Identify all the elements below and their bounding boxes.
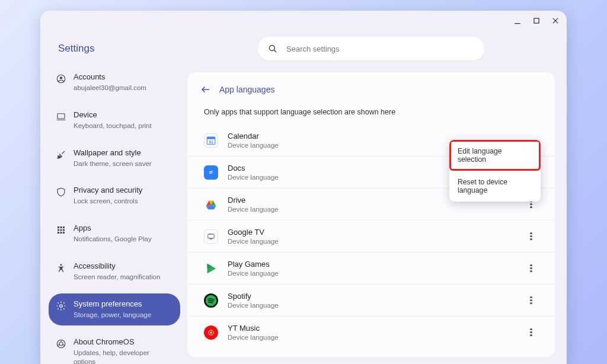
- svg-rect-15: [63, 229, 65, 231]
- context-menu: Edit language selection Reset to device …: [449, 140, 541, 202]
- svg-rect-40: [208, 234, 215, 238]
- app-sub: Device language: [228, 302, 515, 309]
- sidebar-item-about[interactable]: About ChromeOSUpdates, help, developer o…: [49, 331, 180, 364]
- spotify-icon: [204, 293, 218, 308]
- helper-text: Only apps that support language selectio…: [187, 104, 555, 124]
- page-title: Settings: [58, 43, 94, 55]
- app-sub: Device language: [228, 334, 515, 341]
- app-row-ytmusic[interactable]: YT MusicDevice language: [187, 316, 555, 348]
- playgames-icon: [204, 261, 218, 276]
- content-title: App languages: [219, 85, 274, 94]
- app-name: Google TV: [228, 228, 515, 237]
- brush-icon: [56, 149, 66, 160]
- sidebar-item-sub: Lock screen, controls: [74, 197, 142, 206]
- sidebar-item-label: Accounts: [74, 72, 146, 82]
- sidebar-item-sub: Storage, power, language: [74, 311, 151, 320]
- gear-icon: [56, 301, 66, 311]
- svg-point-4: [269, 45, 274, 50]
- svg-rect-12: [63, 226, 65, 228]
- more-button[interactable]: [524, 229, 538, 244]
- back-arrow-icon[interactable]: [200, 84, 211, 95]
- accessibility-icon: [56, 263, 66, 273]
- svg-point-20: [60, 305, 63, 308]
- app-sub: Device language: [228, 238, 515, 245]
- sidebar-item-system[interactable]: System preferencesStorage, power, langua…: [49, 293, 180, 325]
- googletv-icon: [204, 229, 218, 244]
- content-card: App languages Only apps that support lan…: [187, 72, 555, 357]
- close-button[interactable]: [550, 15, 561, 26]
- sidebar-item-label: About ChromeOS: [74, 337, 173, 347]
- sidebar-item-label: System preferences: [74, 299, 151, 309]
- svg-rect-8: [57, 114, 65, 119]
- svg-rect-33: [209, 173, 212, 174]
- menu-item-reset-language[interactable]: Reset to device language: [449, 171, 541, 202]
- svg-text:31: 31: [209, 139, 213, 143]
- menu-item-edit-language[interactable]: Edit language selection: [449, 140, 541, 171]
- app-row-googletv[interactable]: Google TVDevice language: [187, 220, 555, 252]
- minimize-button[interactable]: [512, 15, 523, 26]
- sidebar-item-label: Apps: [74, 223, 152, 234]
- app-name: Spotify: [228, 292, 515, 301]
- sidebar-item-wallpaper[interactable]: Wallpaper and styleDark theme, screen sa…: [49, 142, 180, 174]
- svg-rect-31: [209, 171, 213, 171]
- app-name: Play Games: [228, 260, 515, 269]
- svg-rect-11: [60, 226, 62, 228]
- app-name: YT Music: [228, 324, 515, 333]
- sidebar-item-privacy[interactable]: Privacy and securityLock screen, control…: [49, 180, 180, 212]
- svg-point-19: [60, 264, 62, 266]
- maximize-button[interactable]: [531, 15, 542, 26]
- chrome-icon: [56, 339, 66, 349]
- drive-icon: [204, 197, 218, 212]
- svg-line-5: [274, 50, 276, 52]
- search-icon: [267, 43, 278, 54]
- sidebar-item-label: Privacy and security: [74, 186, 142, 196]
- content-header: App languages: [187, 72, 555, 104]
- window-controls: [512, 15, 561, 26]
- laptop-icon: [56, 111, 66, 122]
- sidebar-item-label: Accessibility: [74, 261, 160, 272]
- svg-rect-41: [210, 239, 213, 240]
- sidebar-item-apps[interactable]: AppsNotifications, Google Play: [49, 218, 180, 250]
- sidebar: Accountsabujaleel30@gmail.com DeviceKeyb…: [49, 66, 180, 364]
- app-sub: Device language: [228, 270, 515, 277]
- docs-icon: [204, 165, 218, 180]
- sidebar-item-sub: Screen reader, magnification: [74, 273, 160, 282]
- calendar-icon: 31: [204, 133, 218, 148]
- sidebar-item-label: Wallpaper and style: [74, 148, 152, 158]
- sidebar-item-sub: Keyboard, touchpad, print: [74, 122, 152, 130]
- search-input[interactable]: [286, 44, 475, 53]
- more-button[interactable]: [524, 325, 538, 340]
- sidebar-item-label: Device: [74, 110, 152, 120]
- search-bar[interactable]: [258, 37, 484, 60]
- app-row-spotify[interactable]: SpotifyDevice language: [187, 284, 555, 316]
- app-name: Calendar: [228, 132, 538, 141]
- more-button[interactable]: [524, 261, 538, 276]
- svg-rect-10: [57, 226, 59, 228]
- sidebar-item-accessibility[interactable]: AccessibilityScreen reader, magnificatio…: [49, 256, 180, 288]
- svg-rect-32: [209, 172, 213, 173]
- shield-icon: [56, 187, 66, 197]
- svg-point-7: [60, 76, 63, 79]
- app-row-playgames[interactable]: Play GamesDevice language: [187, 252, 555, 284]
- svg-rect-13: [57, 229, 59, 231]
- svg-rect-39: [208, 234, 215, 238]
- grid-icon: [56, 225, 66, 235]
- svg-rect-17: [60, 232, 62, 234]
- svg-point-22: [59, 342, 63, 346]
- app-sub: Device language: [228, 206, 515, 213]
- sidebar-item-sub: Notifications, Google Play: [74, 235, 152, 244]
- sidebar-item-sub: Updates, help, developer options: [74, 349, 173, 364]
- account-icon: [56, 74, 66, 84]
- sidebar-item-device[interactable]: DeviceKeyboard, touchpad, print: [49, 104, 180, 136]
- svg-rect-28: [207, 137, 215, 139]
- svg-rect-18: [63, 232, 65, 234]
- svg-rect-1: [534, 18, 539, 23]
- ytmusic-icon: [204, 325, 218, 340]
- svg-rect-16: [57, 232, 59, 234]
- more-button[interactable]: [524, 293, 538, 308]
- sidebar-item-sub: abujaleel30@gmail.com: [74, 84, 146, 92]
- sidebar-item-sub: Dark theme, screen saver: [74, 159, 152, 168]
- sidebar-item-accounts[interactable]: Accountsabujaleel30@gmail.com: [49, 66, 180, 98]
- settings-window: Settings Accountsabujaleel30@gmail.com D…: [40, 11, 567, 364]
- svg-rect-14: [60, 229, 62, 231]
